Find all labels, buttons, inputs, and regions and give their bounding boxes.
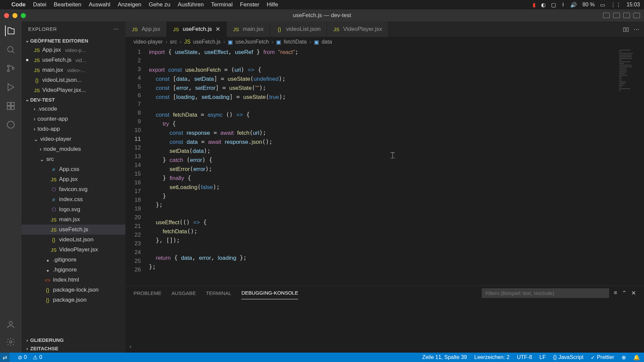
menu-help[interactable]: Hilfe [267,1,278,8]
editor-tab[interactable]: JSuseFetch.js✕ [167,21,227,37]
error-count[interactable]: ⊘0 [18,354,27,361]
folder-item[interactable]: ⌄video-player [21,134,125,144]
file-item[interactable]: JSVideoPlayer.jsx [21,245,125,255]
filter-input[interactable] [482,288,609,298]
menu-file[interactable]: Datei [33,1,47,8]
clock[interactable]: 15:03 [627,2,640,8]
editor-tab[interactable]: JSVideoPlayer.jsx [327,21,388,37]
feedback-icon[interactable]: ⊕ [622,354,626,361]
explorer-activity-icon[interactable] [5,25,16,36]
bluetooth-icon[interactable]: ᚼ [561,2,565,8]
settings-activity-icon[interactable] [5,337,16,347]
spotlight-icon[interactable]: ◐ [541,2,546,8]
breadcrumb-item[interactable]: useFetch.js [193,39,221,45]
more-tab-actions-icon[interactable]: ⋯ [634,26,639,33]
folder-item[interactable]: ⌄src [21,154,125,164]
explorer-more-icon[interactable]: ⋯ [114,26,119,32]
cursor-position[interactable]: Zeile 11, Spalte 39 [422,354,467,360]
filter-settings-icon[interactable]: ≡ [614,290,617,296]
folder-item[interactable]: ›.vscode [21,104,125,114]
breadcrumb-item[interactable]: data [322,39,332,45]
wifi-icon[interactable]: ⋮⋮ [610,2,621,8]
bell-icon[interactable]: 🔔 [633,354,640,361]
menu-selection[interactable]: Auswahl [89,1,110,8]
editor-tab[interactable]: JSApp.jsx [125,21,167,37]
indentation[interactable]: Leerzeichen: 2 [474,354,509,360]
eol[interactable]: LF [539,354,546,360]
collapse-panel-icon[interactable]: ⌃ [622,290,627,297]
code-editor[interactable]: 1234567891011121314151617181920212223242… [125,47,644,286]
prettier-status[interactable]: ✓Prettier [591,354,614,361]
open-editor-item[interactable]: ✕JSmain.jsxvideo-... [21,65,125,75]
breadcrumb-item[interactable]: src [170,39,177,45]
volume-icon[interactable]: 🔊 [570,2,577,8]
code-content[interactable]: import { useState, useEffect, useRef } f… [149,47,617,286]
panel-tab-output[interactable]: AUSGABE [171,287,196,299]
editor-tab[interactable]: {}videoList.json [270,21,327,37]
breadcrumb[interactable]: video-player› src› JSuseFetch.js› ▣useJs… [125,37,644,47]
file-item[interactable]: {}package-lock.json [21,285,125,295]
minimap[interactable] [617,47,644,286]
search-activity-icon[interactable] [5,44,16,55]
panel-tab-problems[interactable]: PROBLEME [133,287,161,299]
menu-go[interactable]: Gehe zu [149,1,170,8]
minimize-window-button[interactable] [12,13,17,18]
layout-sidebar-right-icon[interactable] [623,13,630,18]
outline-section[interactable]: › GLIEDERUNG [21,336,125,344]
close-tab-icon[interactable]: ✕ [215,25,220,33]
menu-terminal[interactable]: Terminal [211,1,232,8]
file-item[interactable]: #index.css [21,194,125,204]
panel-tab-terminal[interactable]: TERMINAL [206,287,231,299]
file-item[interactable]: {}videoList.json [21,235,125,245]
folder-item[interactable]: ›todo-app [21,124,125,134]
language-mode[interactable]: {}JavaScript [553,354,583,360]
menu-window[interactable]: Fenster [240,1,260,8]
file-item[interactable]: ⬥.gitignore [21,255,125,265]
run-debug-activity-icon[interactable] [5,82,16,93]
display-icon[interactable]: ▢ [551,2,556,8]
file-item[interactable]: <>index.html [21,275,125,285]
folder-item[interactable]: ›node_modules [21,144,125,154]
layout-customize-icon[interactable] [633,13,640,18]
file-item[interactable]: ⬡logo.svg [21,204,125,215]
panel-tab-debug-console[interactable]: DEBUGGING-KONSOLE [241,287,298,299]
folder-name: counter-app [38,116,68,122]
breadcrumb-item[interactable]: fetchData [284,39,307,45]
project-section[interactable]: ⌄ DEV-TEST [21,95,125,104]
breadcrumb-item[interactable]: useJsonFetch [235,39,269,45]
encoding[interactable]: UTF-8 [517,354,532,360]
file-item[interactable]: JSApp.jsx [21,174,125,184]
menu-run[interactable]: Ausführen [178,1,204,8]
layout-sidebar-icon[interactable] [603,13,610,18]
file-item[interactable]: JSuseFetch.js [21,225,125,235]
close-window-button[interactable] [4,13,9,18]
close-panel-icon[interactable]: ✕ [631,290,636,297]
account-activity-icon[interactable] [5,319,16,330]
menu-edit[interactable]: Bearbeiten [54,1,81,8]
file-item[interactable]: {}package.json [21,295,125,305]
remote-indicator[interactable]: ⇄ [0,353,10,362]
file-item[interactable]: ⬥.hgignore [21,265,125,275]
warning-count[interactable]: ⚠0 [33,354,42,361]
open-editor-item[interactable]: ✕{}videoList.json... [21,75,125,85]
breadcrumb-item[interactable]: video-player [133,39,163,45]
split-editor-icon[interactable]: ▯▯ [623,26,629,33]
remote-activity-icon[interactable] [5,119,16,130]
open-editors-section[interactable]: ⌄ GEÖFFNETE EDITOREN [21,36,125,45]
menu-view[interactable]: Anzeigen [118,1,142,8]
folder-item[interactable]: ›counter-app [21,114,125,124]
editor-tab[interactable]: JSmain.jsx [227,21,270,37]
file-item[interactable]: #App.css [21,164,125,174]
open-editor-item[interactable]: ●JSuseFetch.jsvid... [21,55,125,65]
open-editor-item[interactable]: ✕JSApp.jsxvideo-p... [21,45,125,55]
zoom-window-button[interactable] [21,13,26,18]
timeline-section[interactable]: › ZEITACHSE [21,344,125,353]
source-control-activity-icon[interactable] [5,63,16,74]
close-editor-icon[interactable]: ● [25,57,32,63]
file-item[interactable]: ⬡favicon.svg [21,184,125,194]
file-item[interactable]: JSmain.jsx [21,215,125,225]
open-editor-item[interactable]: ✕JSVideoPlayer.jsx... [21,85,125,95]
layout-panel-icon[interactable] [613,13,620,18]
extensions-activity-icon[interactable] [5,101,16,111]
app-name[interactable]: Code [11,1,26,8]
